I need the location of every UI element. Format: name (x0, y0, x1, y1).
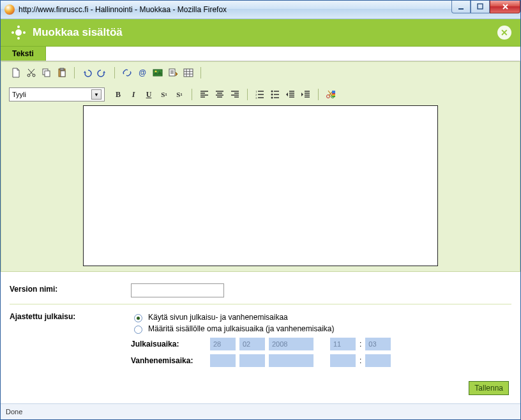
undo-icon (82, 68, 92, 78)
image-icon (153, 68, 163, 78)
window-title: http://www.finruscc.fi - Hallinnointi - … (19, 5, 227, 14)
ordered-list-icon: 123 (255, 89, 265, 100)
svg-point-22 (271, 94, 273, 96)
close-window-button[interactable] (490, 1, 520, 13)
maximize-icon (476, 3, 485, 11)
minimize-icon (457, 3, 465, 11)
subscript-button[interactable]: S1 (172, 87, 186, 101)
status-text: Done (6, 408, 22, 416)
svg-rect-17 (184, 69, 193, 77)
svg-rect-13 (61, 71, 65, 77)
indent-icon (301, 89, 311, 100)
paste-button[interactable] (55, 66, 69, 80)
svg-rect-1 (478, 4, 483, 9)
svg-point-23 (271, 97, 273, 99)
radio-custom-schedule[interactable] (134, 326, 142, 334)
tabs: Teksti (1, 47, 520, 61)
remove-format-button[interactable] (324, 87, 338, 101)
save-button[interactable]: Tallenna (469, 381, 509, 395)
maximize-button[interactable] (471, 1, 490, 13)
link-button[interactable] (120, 66, 134, 80)
svg-rect-26 (332, 91, 335, 93)
separator (74, 67, 75, 79)
content-editor[interactable] (83, 105, 438, 266)
expire-day[interactable] (210, 354, 236, 367)
window-buttons (451, 1, 520, 13)
unordered-list-button[interactable] (268, 87, 282, 101)
svg-point-3 (11, 31, 14, 34)
indent-button[interactable] (299, 87, 313, 101)
firefox-icon (4, 4, 15, 15)
align-center-button[interactable] (213, 87, 227, 101)
svg-rect-12 (60, 68, 64, 70)
redo-icon (97, 68, 107, 78)
publish-time-label: Julkaisuaika: (131, 340, 206, 349)
titlebar[interactable]: http://www.finruscc.fi - Hallinnointi - … (1, 1, 520, 19)
publish-month[interactable] (239, 338, 265, 350)
editor-panel: @ Tyyli ▼ B I U S1 S1 (1, 61, 520, 272)
publish-minute[interactable] (365, 338, 391, 350)
copy-icon (42, 68, 52, 78)
minimize-button[interactable] (451, 1, 471, 13)
align-left-button[interactable] (197, 87, 211, 101)
separator (114, 67, 115, 79)
outdent-button[interactable] (283, 87, 298, 101)
ordered-list-button[interactable]: 123 (253, 87, 267, 101)
expire-year[interactable] (269, 354, 313, 367)
underline-button[interactable]: U (142, 87, 156, 101)
header-logo-icon (10, 24, 27, 41)
toolbar-row-2: Tyyli ▼ B I U S1 S1 123 (6, 84, 515, 105)
email-link-button[interactable]: @ (135, 66, 149, 80)
table-icon (183, 68, 193, 78)
align-center-icon (215, 89, 225, 100)
attachment-icon (168, 68, 178, 78)
radio-custom-schedule-label: Määritä sisällölle oma julkaisuaika (ja … (148, 324, 334, 333)
document-icon (11, 68, 21, 78)
link-icon (122, 68, 132, 78)
italic-button[interactable]: I (126, 87, 140, 101)
separator (192, 89, 192, 100)
scissors-icon (26, 68, 36, 78)
copy-button[interactable] (40, 66, 54, 80)
page-title: Muokkaa sisältöä (33, 26, 123, 39)
bold-button[interactable]: B (111, 87, 125, 101)
publish-day[interactable] (210, 338, 236, 350)
redo-button[interactable] (95, 66, 109, 80)
close-dialog-button[interactable]: ✕ (497, 26, 511, 40)
separator (318, 89, 319, 100)
publish-hour[interactable] (330, 338, 356, 350)
cut-button[interactable] (24, 66, 38, 80)
form-area: Version nimi: Ajastettu julkaisu: Käytä … (1, 272, 520, 403)
version-name-input[interactable] (131, 283, 224, 297)
svg-point-2 (15, 29, 22, 36)
tab-text[interactable]: Teksti (1, 47, 46, 61)
outdent-icon (285, 89, 296, 100)
svg-rect-10 (45, 71, 50, 77)
status-bar: Done (1, 403, 520, 419)
svg-point-21 (271, 91, 273, 93)
style-select[interactable]: Tyyli ▼ (9, 87, 105, 101)
version-name-label: Version nimi: (10, 283, 131, 294)
new-document-button[interactable] (9, 66, 23, 80)
undo-button[interactable] (80, 66, 94, 80)
expire-hour[interactable] (330, 354, 356, 367)
expire-minute[interactable] (365, 354, 391, 367)
browser-window: http://www.finruscc.fi - Hallinnointi - … (0, 0, 521, 420)
toolbar-row-1: @ (6, 62, 515, 84)
svg-rect-28 (332, 94, 335, 96)
expire-month[interactable] (239, 354, 265, 367)
radio-use-page-schedule-label: Käytä sivun julkaisu- ja vanhenemisaikaa (148, 313, 288, 322)
image-button[interactable] (151, 66, 165, 80)
separator (247, 89, 248, 100)
attachment-button[interactable] (166, 66, 180, 80)
separator (200, 67, 201, 79)
time-colon: : (359, 356, 361, 365)
table-button[interactable] (181, 66, 195, 80)
align-right-button[interactable] (228, 87, 242, 101)
unordered-list-icon (270, 89, 280, 100)
superscript-button[interactable]: S1 (157, 87, 171, 101)
radio-use-page-schedule[interactable] (134, 314, 142, 322)
publish-year[interactable] (269, 338, 313, 350)
svg-point-4 (23, 31, 26, 34)
page-header: Muokkaa sisältöä ✕ (1, 19, 520, 47)
